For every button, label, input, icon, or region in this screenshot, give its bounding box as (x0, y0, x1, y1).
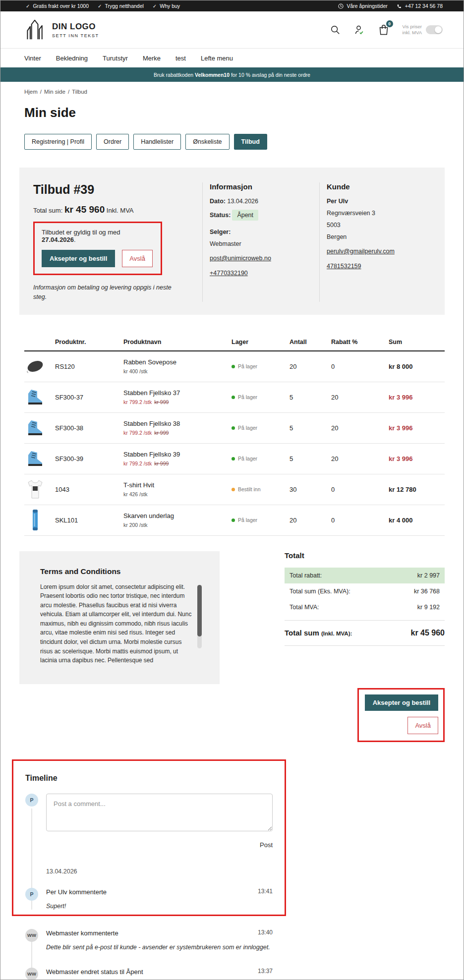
quantity: 5 (290, 455, 331, 462)
comment-composer: P (25, 794, 273, 831)
row-sum: kr 8 000 (389, 363, 445, 370)
avatar: WW (25, 968, 38, 980)
customer-phone-link[interactable]: 4781532159 (327, 263, 361, 270)
nav-item-merke[interactable]: Merke (143, 55, 161, 62)
seller-name: Webmaster (210, 240, 319, 247)
stock-status: På lager (232, 456, 290, 461)
tab-handlelister[interactable]: Handlelister (133, 134, 181, 150)
col-produktnavn: Produktnavn (123, 339, 232, 346)
scrollbar-thumb[interactable] (197, 585, 202, 636)
check-icon: ✓ (26, 3, 30, 9)
decline-button[interactable]: Avslå (122, 250, 153, 267)
product-name: Stabben Fjellsko 38 (123, 420, 232, 427)
product-sku: 1043 (55, 486, 123, 493)
hiking-boot-image (24, 416, 46, 440)
stock-status: På lager (232, 517, 290, 523)
table-row: SF300-37 Stabben Fjellsko 37 kr 799.2 /s… (24, 382, 445, 413)
timeline-upper: P Post 13.04.2026 P Per Ulv kommenterte … (25, 794, 273, 910)
phone-link[interactable]: +47 12 34 56 78 (397, 3, 443, 9)
timeline-entry-title: Per Ulv kommenterte (46, 888, 107, 897)
cart-button[interactable]: 0 (378, 24, 390, 36)
product-name: Skarven underlag (123, 512, 232, 519)
offer-status-row: Status:Åpent (210, 210, 319, 221)
breadcrumb-min-side[interactable]: Min side (44, 89, 65, 95)
search-icon (330, 24, 341, 35)
old-price: kr 999 (154, 461, 169, 466)
promo-banner: Bruk rabattkoden Velkommen10 for 10 % av… (0, 67, 464, 82)
quantity: 5 (290, 424, 331, 432)
quantity: 5 (290, 394, 331, 401)
nav-item-bekledning[interactable]: Bekledning (56, 55, 88, 62)
logo[interactable]: DIN LOGO SETT INN TEKST (24, 18, 99, 41)
breadcrumb-home[interactable]: Hjem (24, 89, 38, 95)
timeline-entry-title: Webmaster kommenterte (46, 929, 118, 938)
timeline-entry-time: 13:40 (258, 929, 273, 936)
avatar: WW (25, 929, 38, 942)
discount: 0 (331, 517, 389, 524)
vat-toggle-switch[interactable] (426, 25, 443, 34)
search-button[interactable] (330, 24, 341, 35)
header-actions: 0 Vis priser inkl. MVA (330, 24, 443, 36)
topbar-contact: Våre åpningstider +47 12 34 56 78 (338, 3, 443, 9)
product-sku: SF300-39 (55, 455, 123, 462)
timeline-heading: Timeline (25, 774, 273, 783)
post-comment-button[interactable]: Post (260, 841, 273, 849)
decline-button[interactable]: Avslå (407, 717, 438, 734)
comment-input[interactable] (46, 794, 273, 831)
seller-phone-row: +4770332190 (210, 268, 319, 277)
products-table: Produktnr. Produktnavn Lager Antall Raba… (24, 339, 445, 536)
nav-item-turutstyr[interactable]: Turutstyr (103, 55, 128, 62)
check-icon: ✓ (153, 3, 157, 9)
opening-hours-link[interactable]: Våre åpningstider (338, 3, 387, 9)
offer-validity-text: Tilbudet er gyldig til og med 27.04.2026… (42, 229, 154, 243)
seller-label-row: Selger: (210, 229, 319, 235)
row-sum: kr 12 780 (389, 486, 445, 493)
tab-onskeliste[interactable]: Ønskeliste (185, 134, 229, 150)
avatar: P (25, 794, 38, 807)
product-price: kr 400 /stk (123, 368, 232, 374)
customer-column: Kunde Per Ulv Regnværsveien 3 5003 Berge… (319, 182, 433, 302)
total-vat-row: Total MVA:kr 9 192 (285, 599, 445, 615)
nav-item-lefte-menu[interactable]: Lefte menu (201, 55, 233, 62)
col-rabatt: Rabatt % (331, 339, 389, 346)
product-price: kr 799.2 /stkkr 999 (123, 430, 232, 436)
discount: 0 (331, 363, 389, 370)
usp-safe-shopping: ✓Trygg netthandel (98, 3, 144, 9)
stock-status: Bestilt inn (232, 486, 290, 492)
usp-free-shipping: ✓Gratis frakt over kr 1000 (26, 3, 89, 9)
sleeping-bag-image (24, 354, 46, 378)
status-badge: Åpent (232, 210, 258, 221)
stock-status: På lager (232, 394, 290, 400)
nav-item-test[interactable]: test (175, 55, 186, 62)
logo-subtitle: SETT INN TEKST (52, 33, 99, 38)
col-produktnr: Produktnr. (55, 339, 123, 346)
customer-email-link[interactable]: perulv@gmailperulv.com (327, 248, 395, 255)
table-row: SF300-39 Stabben Fjellsko 39 kr 799.2 /s… (24, 444, 445, 474)
offer-total-line: Total sum: kr 45 960 Inkl. MVA (33, 204, 202, 215)
clock-icon (338, 3, 344, 9)
accept-order-button[interactable]: Aksepter og bestill (42, 250, 115, 267)
total-ex-vat-value: kr 36 768 (414, 588, 440, 595)
grand-total-row: Total sum (Inkl. MVA): kr 45 960 (285, 620, 445, 646)
logo-icon (24, 18, 46, 41)
usp-why-buy: ✓Why buy (153, 3, 180, 9)
timeline-entry-body: Supert! (46, 903, 273, 910)
tab-ordrer[interactable]: Ordrer (96, 134, 129, 150)
accept-order-button[interactable]: Aksepter og bestill (365, 694, 438, 711)
nav-item-vinter[interactable]: Vinter (24, 55, 41, 62)
tab-registrering-profil[interactable]: Registrering | Profil (24, 134, 92, 150)
post-row: Post (25, 840, 273, 849)
total-discount-row: Total rabatt:kr 2 997 (285, 568, 445, 583)
tab-tilbud[interactable]: Tilbud (234, 134, 267, 150)
product-price: kr 799.2 /stkkr 999 (123, 461, 232, 466)
hiking-boot-image (24, 447, 46, 470)
stock-status: På lager (232, 363, 290, 369)
seller-phone-link[interactable]: +4770332190 (210, 270, 248, 277)
account-button[interactable] (353, 24, 365, 36)
seller-email-link[interactable]: post@unimicroweb.no (210, 255, 271, 262)
totals-section: Totalt Total rabatt:kr 2 997 Total sum (… (285, 551, 445, 646)
toggle-knob (435, 26, 442, 33)
customer-email-row: perulv@gmailperulv.com (327, 246, 433, 255)
totals-action-annotation-box: Aksepter og bestill Avslå (357, 688, 445, 742)
breadcrumb: Hjem / Min side / Tilbud (24, 89, 445, 95)
